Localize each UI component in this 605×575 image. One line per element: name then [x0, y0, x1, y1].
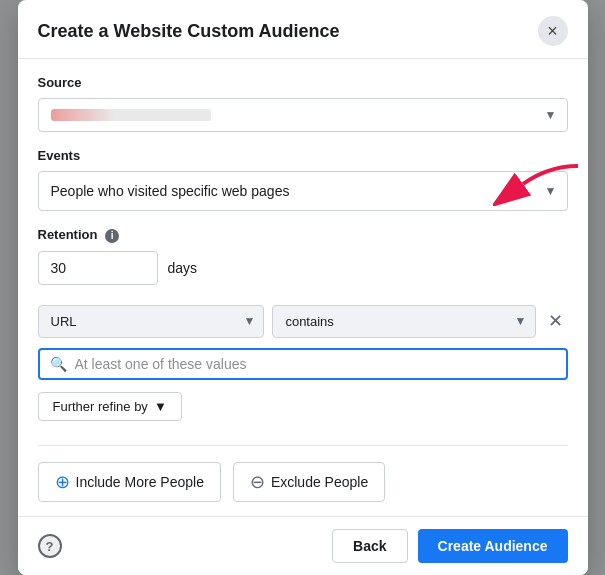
close-icon: ×	[547, 22, 558, 40]
create-audience-button[interactable]: Create Audience	[418, 529, 568, 563]
retention-row: days	[38, 251, 568, 285]
retention-section: Retention i days	[38, 227, 568, 285]
include-btn-label: Include More People	[76, 474, 204, 490]
further-refine-label: Further refine by	[53, 399, 148, 414]
modal-header: Create a Website Custom Audience ×	[18, 0, 588, 59]
events-label: Events	[38, 148, 568, 163]
help-icon: ?	[46, 539, 54, 554]
events-dropdown-arrow-icon: ▼	[545, 184, 557, 198]
events-dropdown[interactable]: People who visited specific web pages ▼	[38, 171, 568, 211]
refine-dropdown-arrow-icon: ▼	[154, 399, 167, 414]
filter-condition-dropdown[interactable]: contains ▼	[272, 305, 535, 338]
filter-condition-arrow-icon: ▼	[515, 314, 527, 328]
exclude-people-button[interactable]: ⊖ Exclude People	[233, 462, 385, 502]
filter-type-label: URL	[51, 314, 77, 329]
further-refine-button[interactable]: Further refine by ▼	[38, 392, 182, 421]
exclude-btn-label: Exclude People	[271, 474, 368, 490]
source-bar	[51, 109, 211, 121]
filter-section: URL ▼ contains ▼ ✕ 🔍 Furthe	[38, 305, 568, 421]
events-wrapper: People who visited specific web pages ▼	[38, 171, 568, 211]
modal-title: Create a Website Custom Audience	[38, 21, 340, 42]
source-section: Source ▼	[38, 75, 568, 132]
back-button[interactable]: Back	[332, 529, 407, 563]
events-selected-value: People who visited specific web pages	[51, 183, 290, 199]
filter-value-input-wrapper: 🔍	[38, 348, 568, 380]
close-button[interactable]: ×	[538, 16, 568, 46]
filter-value-input[interactable]	[75, 356, 556, 372]
filter-type-dropdown[interactable]: URL ▼	[38, 305, 265, 338]
footer-actions: Back Create Audience	[332, 529, 567, 563]
filter-condition-label: contains	[285, 314, 333, 329]
filter-type-row: URL ▼ contains ▼ ✕	[38, 305, 568, 338]
events-section: Events People who visited specific web p…	[38, 148, 568, 211]
back-label: Back	[353, 538, 386, 554]
include-exclude-row: ⊕ Include More People ⊖ Exclude People	[38, 445, 568, 502]
help-button[interactable]: ?	[38, 534, 62, 558]
retention-input[interactable]	[38, 251, 158, 285]
remove-filter-icon: ✕	[548, 310, 563, 332]
source-dropdown[interactable]: ▼	[38, 98, 568, 132]
filter-type-arrow-icon: ▼	[244, 314, 256, 328]
modal-footer: ? Back Create Audience	[18, 516, 588, 575]
plus-icon: ⊕	[55, 471, 70, 493]
retention-label: Retention i	[38, 227, 568, 243]
minus-icon: ⊖	[250, 471, 265, 493]
retention-unit: days	[168, 260, 198, 276]
source-dropdown-arrow-icon: ▼	[545, 108, 557, 122]
retention-info-icon[interactable]: i	[105, 229, 119, 243]
create-audience-label: Create Audience	[438, 538, 548, 554]
source-label: Source	[38, 75, 568, 90]
modal-overlay: Create a Website Custom Audience × Sourc…	[0, 0, 605, 575]
search-icon: 🔍	[50, 356, 67, 372]
modal-body: Source ▼ Events People who visited speci…	[18, 59, 588, 516]
remove-filter-button[interactable]: ✕	[544, 309, 568, 333]
modal-container: Create a Website Custom Audience × Sourc…	[18, 0, 588, 575]
include-more-people-button[interactable]: ⊕ Include More People	[38, 462, 221, 502]
